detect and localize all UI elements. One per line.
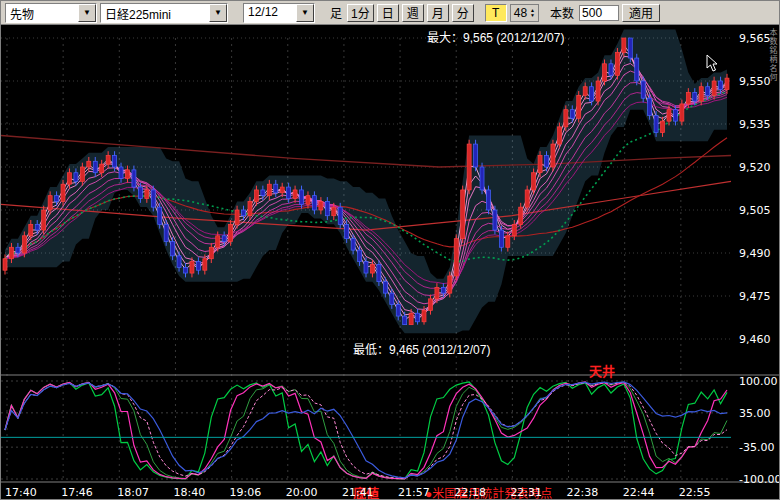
timeframe-week-button[interactable]: 週 — [402, 4, 424, 22]
category-combo-value: 先物 — [6, 4, 78, 22]
timeframe-1min-button[interactable]: 1分 — [347, 4, 374, 22]
symbol-combo-value: 日経225mini — [101, 4, 209, 22]
chevron-down-icon[interactable]: ▼ — [78, 4, 96, 22]
period-stepper-value: 48 — [514, 6, 527, 20]
chart-canvas[interactable] — [1, 25, 780, 500]
period-stepper[interactable]: 48 ▲▼ — [510, 4, 539, 22]
spinner-arrows-icon[interactable]: ▲▼ — [530, 8, 535, 18]
tick-mode-button[interactable]: T — [485, 4, 507, 22]
timeframe-month-button[interactable]: 月 — [427, 4, 449, 22]
apply-button[interactable]: 適用 — [622, 4, 660, 22]
contract-month-combo[interactable]: 12/12 ▼ — [243, 3, 315, 23]
chevron-down-icon[interactable]: ▼ — [296, 4, 314, 22]
contract-month-combo-value: 12/12 — [244, 4, 296, 22]
chart-area[interactable]: 最大：9,565 (2012/12/07) 最低：9,465 (2012/12/… — [1, 25, 780, 500]
mouse-cursor — [707, 55, 717, 71]
chart-app-window: 先物 ▼ 日経225mini ▼ 12/12 ▼ 足 1分 日 週 月 分 T … — [0, 0, 780, 500]
timeframe-day-button[interactable]: 日 — [377, 4, 399, 22]
chevron-down-icon[interactable]: ▼ — [209, 4, 227, 22]
category-combo[interactable]: 先物 ▼ — [5, 3, 97, 23]
bar-type-label: 足 — [328, 4, 344, 21]
timeframe-minute-button[interactable]: 分 — [452, 4, 474, 22]
bar-count-input[interactable] — [579, 5, 619, 21]
symbol-combo[interactable]: 日経225mini ▼ — [100, 3, 228, 23]
toolbar: 先物 ▼ 日経225mini ▼ 12/12 ▼ 足 1分 日 週 月 分 T … — [1, 1, 779, 25]
bar-count-label: 本数 — [548, 4, 576, 21]
